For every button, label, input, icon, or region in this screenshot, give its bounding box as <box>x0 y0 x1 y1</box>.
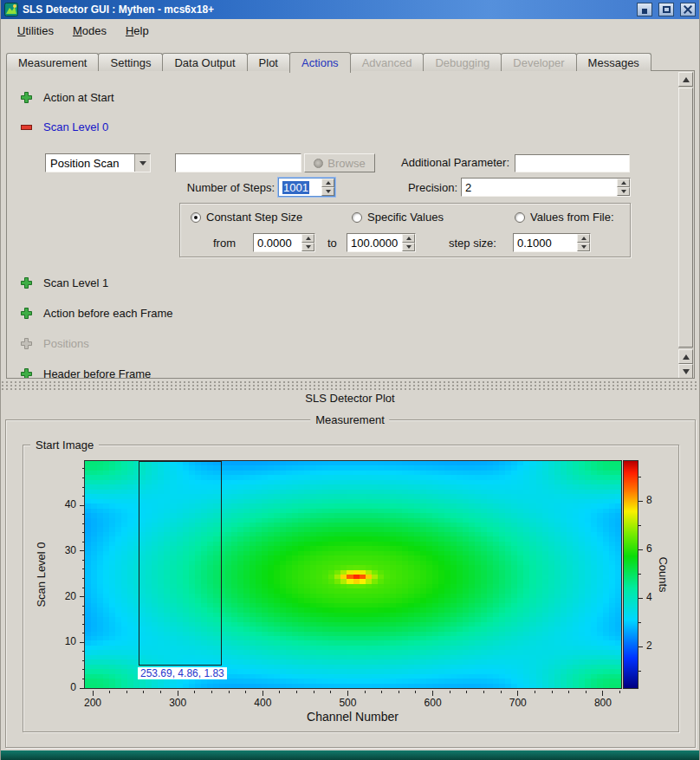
tick-x <box>517 691 518 696</box>
scan-mode-combobox[interactable]: Position Scan <box>45 153 151 172</box>
expand-plus-icon[interactable] <box>21 368 32 379</box>
from-value: 0.0000 <box>254 234 301 251</box>
scan-level-0-label: Scan Level 0 <box>43 120 108 133</box>
spin-up-button[interactable] <box>577 234 590 243</box>
spin-down-button[interactable] <box>402 243 415 251</box>
tick-x-label: 500 <box>332 697 363 709</box>
vertical-scrollbar[interactable] <box>678 72 693 379</box>
scrollbar-thumb[interactable] <box>678 88 693 348</box>
desktop-background-strip <box>1 750 699 760</box>
tick-x <box>296 691 297 693</box>
heatmap-plot-area[interactable]: 253.69, 4.86, 1.83 <box>84 460 622 689</box>
close-button[interactable] <box>680 3 696 16</box>
collapse-minus-icon[interactable] <box>21 121 32 133</box>
tick-x-label: 400 <box>247 697 278 709</box>
y-axis-title: Scan Level 0 <box>35 542 48 607</box>
to-spinbox[interactable]: 100.0000 <box>347 233 416 252</box>
splitter-handle[interactable] <box>1 380 699 391</box>
tab-data-output[interactable]: Data Output <box>162 53 247 71</box>
tick-x <box>93 691 94 696</box>
spin-down-button[interactable] <box>301 243 314 251</box>
scan-level-1-row[interactable]: Scan Level 1 <box>21 276 108 289</box>
tick-x <box>330 691 331 693</box>
tick-cb-label: 6 <box>646 542 652 555</box>
number-of-steps-value: 1001 <box>282 181 309 194</box>
spin-up-icon <box>326 181 331 185</box>
spin-down-button[interactable] <box>577 243 590 251</box>
tab-measurement[interactable]: Measurement <box>6 53 99 71</box>
radio-values-from-file[interactable]: Values from File: <box>515 211 614 224</box>
tab-actions[interactable]: Actions <box>289 52 351 73</box>
action-before-frame-row[interactable]: Action before each Frame <box>21 307 173 320</box>
scroll-up-button[interactable] <box>678 72 693 87</box>
scan-level-0-row[interactable]: Scan Level 0 <box>21 120 108 133</box>
application-window: SLS Detector GUI : Mythen - mcs6x18+ Uti… <box>0 0 700 760</box>
tab-developer: Developer <box>501 53 576 71</box>
tick-cb <box>638 622 641 623</box>
tick-y-label: 40 <box>65 498 76 510</box>
scan-level-1-label: Scan Level 1 <box>43 276 108 289</box>
tick-y-label: 20 <box>65 590 76 602</box>
spin-down-button[interactable] <box>617 187 630 196</box>
menu-modes[interactable]: Modes <box>63 21 116 41</box>
tick-x <box>602 691 603 696</box>
menu-utilities[interactable]: Utilities <box>8 21 63 41</box>
expand-plus-icon-disabled <box>21 338 32 349</box>
spin-up-button[interactable] <box>301 234 314 243</box>
tick-cb-label: 4 <box>646 591 652 603</box>
zoom-selection-rect <box>139 461 222 666</box>
minimize-button[interactable] <box>637 3 652 16</box>
expand-plus-icon[interactable] <box>21 92 32 103</box>
from-spinbox[interactable]: 0.0000 <box>253 233 315 252</box>
number-of-steps-spinbox[interactable]: 1001 <box>278 178 335 197</box>
header-before-frame-row[interactable]: Header before Frame <box>21 367 151 379</box>
cursor-position-readout: 253.69, 4.86, 1.83 <box>138 667 227 679</box>
start-image-group-title: Start Image <box>30 438 99 451</box>
arrow-up-icon <box>683 77 690 82</box>
combobox-dropdown-button[interactable] <box>134 154 150 172</box>
action-at-start-row[interactable]: Action at Start <box>21 91 114 104</box>
expand-plus-icon[interactable] <box>21 277 32 289</box>
positions-label: Positions <box>43 337 89 350</box>
scroll-up-button-bottom[interactable] <box>678 349 693 364</box>
app-icon[interactable] <box>4 3 18 16</box>
spin-up-button[interactable] <box>402 234 415 243</box>
tick-y-label: 30 <box>65 544 76 556</box>
tab-settings[interactable]: Settings <box>98 53 163 71</box>
tick-cb <box>638 501 643 502</box>
tab-messages[interactable]: Messages <box>576 53 651 71</box>
tab-advanced: Advanced <box>350 53 425 71</box>
radio-constant-step-size[interactable]: Constant Step Size <box>191 211 302 224</box>
tick-x-label: 700 <box>502 697 534 709</box>
spin-up-button[interactable] <box>321 179 334 187</box>
tick-x <box>483 691 484 693</box>
tick-cb-label: 2 <box>646 640 652 652</box>
spin-down-icon <box>621 190 626 193</box>
menu-help[interactable]: Help <box>116 21 159 41</box>
expand-plus-icon[interactable] <box>21 308 32 319</box>
tick-x <box>314 691 314 693</box>
precision-spinbox[interactable]: 2 <box>461 178 631 197</box>
spin-buttons <box>301 234 314 251</box>
spin-down-button[interactable] <box>321 187 334 196</box>
spin-up-icon <box>621 181 626 185</box>
radio-specific-label: Specific Values <box>367 211 444 224</box>
radio-file-label: Values from File: <box>530 211 614 224</box>
step-size-spinbox[interactable]: 0.1000 <box>513 233 591 252</box>
tick-x <box>279 691 280 693</box>
tab-plot[interactable]: Plot <box>247 53 290 71</box>
tick-cb <box>638 598 643 599</box>
radio-specific-values[interactable]: Specific Values <box>352 211 444 224</box>
scan-script-input[interactable] <box>175 153 301 172</box>
tick-x <box>399 691 399 693</box>
maximize-button[interactable] <box>658 3 674 16</box>
radio-icon <box>191 212 201 223</box>
tick-x <box>160 691 161 693</box>
title-bar[interactable]: SLS Detector GUI : Mythen - mcs6x18+ <box>1 0 699 19</box>
tab-bar: Measurement Settings Data Output Plot Ac… <box>6 51 651 71</box>
spin-buttons <box>402 234 415 251</box>
tick-x <box>245 691 246 693</box>
spin-buttons <box>321 179 334 196</box>
scroll-down-button[interactable] <box>678 364 693 379</box>
spin-up-button[interactable] <box>617 179 630 187</box>
